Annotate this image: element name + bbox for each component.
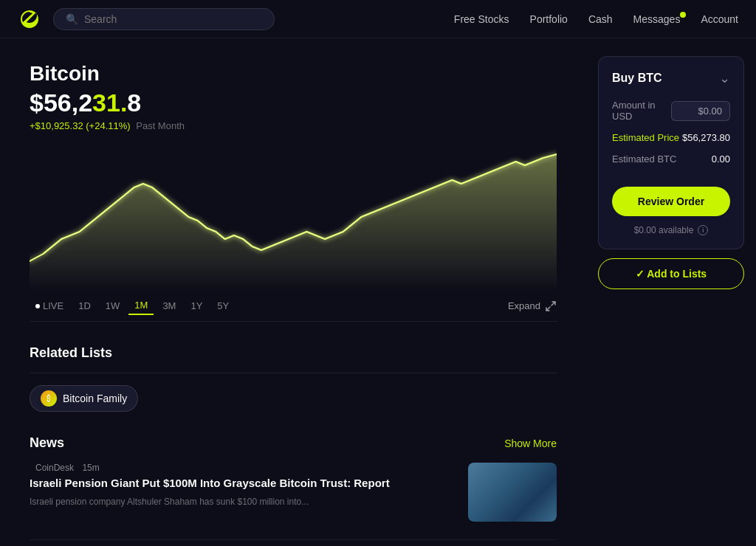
news-item-content: CoinDesk 15m Israeli Pension Giant Put $… — [30, 463, 390, 508]
list-item[interactable]: ₿ Bitcoin Family — [30, 385, 138, 412]
available-text: $0.00 available — [634, 225, 694, 235]
time-btn-3m[interactable]: 3M — [157, 297, 182, 314]
news-section: News Show More CoinDesk 15m Israeli Pens… — [30, 435, 557, 546]
logo[interactable] — [18, 7, 41, 31]
news-thumbnail-image — [468, 463, 557, 522]
time-btn-1w[interactable]: 1W — [100, 297, 126, 314]
nav-right: Free Stocks Portfolio Cash Messages Acco… — [454, 13, 738, 25]
search-bar[interactable]: 🔍 — [53, 8, 275, 30]
messages-notification-dot — [680, 12, 686, 18]
btc-period: Past Month — [136, 120, 185, 131]
news-separator — [30, 539, 557, 540]
news-title: News — [30, 435, 64, 451]
news-source: CoinDesk 15m — [30, 463, 390, 473]
time-btn-1m[interactable]: 1M — [128, 297, 154, 315]
bitcoin-family-icon: ₿ — [41, 390, 57, 407]
news-thumbnail — [468, 463, 557, 522]
main-content: Bitcoin $56,231.8 +$10,925.32 (+24.11%) … — [0, 38, 756, 546]
btc-header: Bitcoin $56,231.8 +$10,925.32 (+24.11%) … — [30, 62, 557, 131]
time-btn-1d[interactable]: 1D — [72, 297, 97, 314]
related-lists-title: Related Lists — [30, 345, 557, 361]
expand-button[interactable]: Expand — [508, 300, 557, 312]
news-headline: Israeli Pension Giant Put $100M Into Gra… — [30, 476, 390, 491]
news-time: 15m — [82, 463, 99, 473]
estimated-price-label: Estimated Price — [612, 132, 679, 143]
amount-row: Amount in USD — [612, 100, 730, 122]
nav-free-stocks[interactable]: Free Stocks — [454, 13, 509, 25]
estimated-btc-row: Estimated BTC 0.00 — [612, 153, 730, 165]
navbar: 🔍 Free Stocks Portfolio Cash Messages Ac… — [0, 0, 756, 38]
live-dot — [35, 304, 40, 308]
btc-title: Bitcoin — [30, 62, 557, 86]
price-suffix: 8 — [127, 89, 141, 117]
estimated-price-value: $56,273.80 — [682, 132, 730, 143]
buy-header: Buy BTC ⌄ — [612, 70, 730, 86]
amount-input[interactable] — [671, 101, 730, 121]
price-animated: 31. — [92, 89, 127, 117]
news-header: News Show More — [30, 435, 557, 451]
search-icon: 🔍 — [66, 13, 78, 25]
related-lists-section: Related Lists ₿ Bitcoin Family — [30, 345, 557, 412]
news-item[interactable]: CoinDesk 15m Israeli Pension Giant Put $… — [30, 463, 557, 536]
nav-left: 🔍 — [18, 7, 275, 31]
time-btn-live[interactable]: LIVE — [30, 297, 69, 314]
tag-label: Bitcoin Family — [63, 393, 127, 404]
show-more-button[interactable]: Show More — [504, 438, 557, 449]
buy-chevron-icon[interactable]: ⌄ — [719, 70, 730, 86]
buy-panel: Buy BTC ⌄ Amount in USD Estimated Price … — [598, 56, 744, 249]
available-row: $0.00 available i — [612, 225, 730, 235]
price-prefix: $56,2 — [30, 89, 92, 117]
time-buttons: LIVE 1D 1W 1M 3M 1Y 5Y — [30, 297, 235, 315]
time-btn-1y[interactable]: 1Y — [185, 297, 208, 314]
related-lists-divider — [30, 373, 557, 373]
info-icon[interactable]: i — [698, 225, 708, 235]
time-selectors: LIVE 1D 1W 1M 3M 1Y 5Y Expand — [30, 297, 557, 322]
nav-account[interactable]: Account — [701, 13, 738, 25]
nav-messages[interactable]: Messages — [633, 13, 681, 25]
btc-price: $56,231.8 — [30, 89, 557, 117]
search-input[interactable] — [84, 13, 262, 25]
amount-label: Amount in USD — [612, 100, 671, 122]
price-chart — [30, 143, 557, 291]
add-to-lists-button[interactable]: ✓ Add to Lists — [598, 258, 744, 289]
nav-cash[interactable]: Cash — [588, 13, 613, 25]
tag-list: ₿ Bitcoin Family — [30, 385, 557, 412]
news-snippet: Israeli pension company Altshuler Shaham… — [30, 495, 390, 508]
right-panel: Buy BTC ⌄ Amount in USD Estimated Price … — [586, 38, 756, 546]
time-btn-5y[interactable]: 5Y — [211, 297, 235, 314]
review-order-button[interactable]: Review Order — [612, 187, 730, 216]
buy-title: Buy BTC — [612, 72, 662, 85]
estimated-btc-label: Estimated BTC — [612, 153, 676, 165]
left-panel: Bitcoin $56,231.8 +$10,925.32 (+24.11%) … — [0, 38, 586, 546]
nav-portfolio[interactable]: Portfolio — [530, 13, 568, 25]
estimated-price-row: Estimated Price $56,273.80 — [612, 132, 730, 143]
btc-change: +$10,925.32 (+24.11%) Past Month — [30, 120, 557, 131]
estimated-btc-value: 0.00 — [712, 153, 730, 165]
